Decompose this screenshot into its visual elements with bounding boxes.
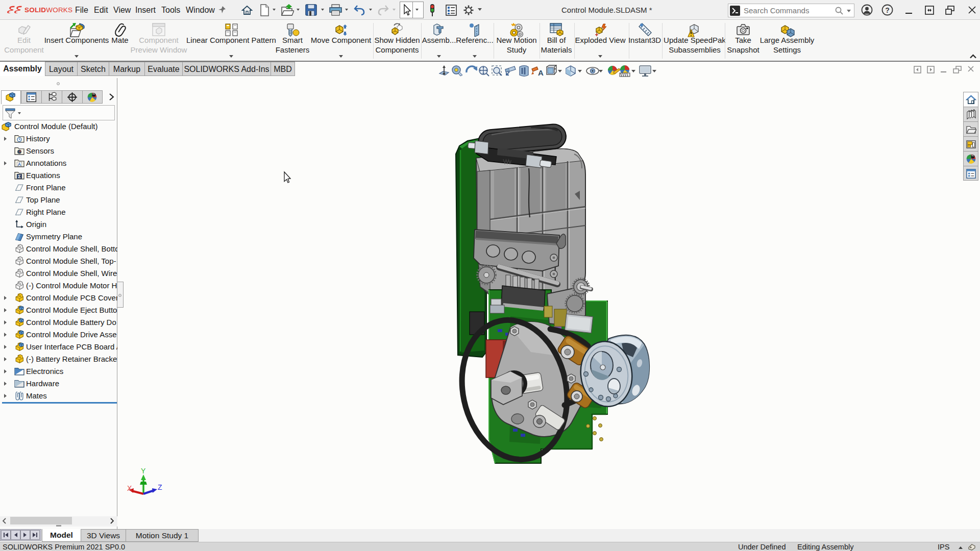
svg-text:A: A	[538, 68, 544, 77]
svg-text:Z: Z	[158, 483, 162, 491]
svg-text:?: ?	[885, 6, 890, 14]
svg-text:Y: Y	[141, 467, 146, 475]
svg-text:X: X	[127, 484, 132, 492]
svg-text:SOLIDWORKS: SOLIDWORKS	[24, 6, 72, 14]
